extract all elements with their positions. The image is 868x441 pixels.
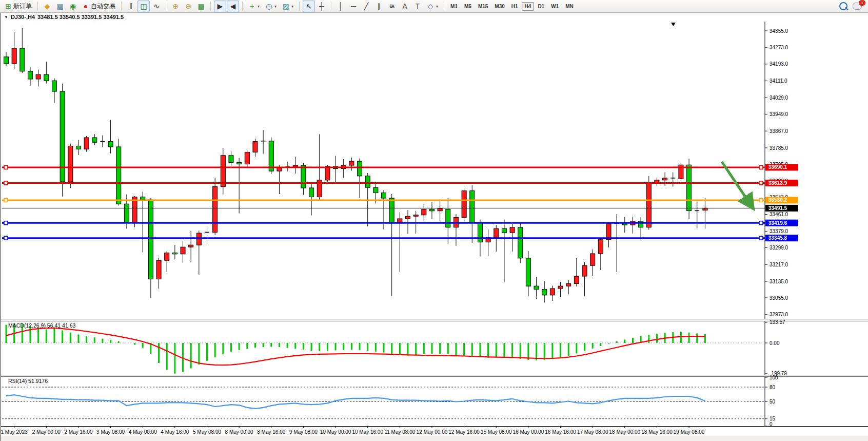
candle-body — [558, 286, 563, 289]
time-tick-label[interactable]: 18 May 16:00 — [641, 429, 673, 435]
candle-body — [325, 166, 330, 180]
crosshair-button[interactable]: ┼ — [315, 1, 328, 12]
candle-body — [655, 180, 659, 183]
level-price-label: 33530.2 — [768, 197, 787, 203]
chart-canvas[interactable]: MACD(12,26,9) 56.41 41.63RSI(14) 51.9176… — [1, 21, 868, 441]
chart-dropdown-icon[interactable]: ▼ — [4, 15, 8, 20]
candlestick-chart-button[interactable]: ◫ — [137, 1, 150, 12]
line-handle[interactable] — [759, 236, 763, 240]
candle-body — [534, 286, 539, 289]
candle-body — [237, 162, 242, 164]
time-tick-label[interactable]: 4 May 00:00 — [129, 429, 157, 435]
candle-body — [141, 197, 145, 200]
line-handle[interactable] — [759, 165, 763, 169]
vertical-line-icon: │ — [337, 3, 344, 10]
zoom-out-button[interactable]: ⊖ — [182, 1, 194, 12]
search-icon[interactable] — [839, 2, 847, 10]
time-tick-label[interactable]: 10 May 00:00 — [320, 429, 351, 435]
fibonacci-icon: ≋ — [388, 3, 396, 10]
chart-title-bar: ▼ DJ30-,H4 33481.5 33540.5 33391.5 33491… — [1, 13, 868, 21]
chevron-down-icon[interactable]: ▾ — [258, 4, 260, 9]
auto-scroll-button[interactable]: ▶ — [214, 1, 226, 12]
periods-button[interactable]: ◷▾ — [263, 1, 279, 12]
fibonacci-button[interactable]: ≋ — [386, 1, 398, 12]
time-tick-label[interactable]: 18 May 00:00 — [609, 429, 641, 435]
market-watch-button[interactable]: ◆ — [41, 1, 53, 12]
candle-body — [213, 187, 218, 233]
chart-window[interactable]: ▼ DJ30-,H4 33481.5 33540.5 33391.5 33491… — [0, 13, 868, 441]
timeframe-h1-button[interactable]: H1 — [508, 2, 521, 11]
trendline-button[interactable]: ╱ — [360, 1, 372, 12]
time-tick-label[interactable]: 8 May 00:00 — [225, 429, 253, 435]
line-chart-button[interactable]: ∿ — [150, 1, 163, 12]
line-handle[interactable] — [4, 221, 8, 225]
price-tick-label: 34355.0 — [770, 28, 788, 34]
candle-body — [156, 260, 161, 279]
time-tick-label[interactable]: 17 May 08:00 — [577, 429, 608, 435]
line-handle[interactable] — [4, 181, 8, 185]
bar-chart-button[interactable]: ‖ — [125, 1, 137, 12]
data-window-button[interactable]: ▤ — [54, 1, 66, 12]
line-handle[interactable] — [4, 198, 8, 202]
zoom-in-button[interactable]: ⊕ — [169, 1, 182, 12]
indicators-button[interactable]: ＋▾ — [246, 1, 262, 12]
macd-tick-label: 133.57 — [770, 319, 785, 325]
line-handle[interactable] — [4, 165, 8, 169]
candle-body — [358, 161, 362, 176]
shapes-button[interactable]: ◇▾ — [424, 1, 441, 12]
time-tick-label[interactable]: 12 May 00:00 — [417, 429, 448, 435]
timeframe-w1-button[interactable]: W1 — [548, 2, 562, 11]
candle-body — [84, 138, 89, 149]
chevron-down-icon[interactable]: ▾ — [436, 4, 438, 9]
candle-body — [429, 209, 434, 211]
channel-button[interactable]: ∥ — [373, 1, 385, 12]
time-tick-label[interactable]: 3 May 08:00 — [96, 429, 125, 435]
toolbar-separator — [444, 2, 444, 11]
timeframe-mn-button[interactable]: MN — [562, 2, 577, 11]
time-tick-label[interactable]: 11 May 08:00 — [384, 429, 415, 435]
time-tick-label[interactable]: 19 May 08:00 — [674, 429, 705, 435]
indicators-icon: ＋ — [248, 3, 255, 10]
time-tick-label[interactable]: 2 May 00:00 — [32, 429, 61, 435]
time-tick-label[interactable]: 8 May 16:00 — [257, 429, 285, 435]
chevron-down-icon[interactable]: ▾ — [274, 4, 277, 9]
line-handle[interactable] — [759, 221, 763, 225]
time-tick-label[interactable]: 5 May 08:00 — [193, 429, 221, 435]
chevron-down-icon[interactable]: ▾ — [291, 4, 293, 9]
toolbar-separator — [299, 2, 300, 11]
shapes-icon: ◇ — [427, 3, 434, 10]
time-tick-label[interactable]: 16 May 00:00 — [513, 429, 544, 435]
tile-windows-button[interactable]: ▦ — [195, 1, 207, 12]
timeframe-d1-button[interactable]: D1 — [535, 2, 547, 11]
timeframe-m1-button[interactable]: M1 — [447, 2, 461, 11]
line-handle[interactable] — [4, 236, 8, 240]
timeframe-m15-button[interactable]: M15 — [475, 2, 491, 11]
time-tick-label[interactable]: 15 May 08:00 — [481, 429, 512, 435]
chart-shift-icon: ◀ — [229, 3, 236, 10]
candle-body — [373, 187, 378, 193]
text-button[interactable]: A — [399, 1, 411, 12]
timeframe-h4-button[interactable]: H4 — [522, 2, 535, 11]
time-tick-label[interactable]: 12 May 16:00 — [448, 429, 480, 435]
time-tick-label[interactable]: 4 May 16:00 — [161, 429, 189, 435]
vertical-line-button[interactable]: │ — [334, 1, 347, 12]
timeframe-m5-button[interactable]: M5 — [461, 2, 475, 11]
auto-trading-button[interactable]: ●自动交易 — [80, 1, 118, 12]
time-tick-label[interactable]: 16 May 16:00 — [545, 429, 576, 435]
horizontal-line-button[interactable]: ─ — [347, 1, 360, 12]
time-tick-label[interactable]: 1 May 2023 — [1, 429, 28, 435]
line-handle[interactable] — [759, 198, 763, 202]
candle-body — [582, 265, 587, 276]
templates-button[interactable]: ▨▾ — [280, 1, 296, 12]
new-order-button[interactable]: ⊞新订单 — [2, 1, 34, 12]
text-label-button[interactable]: T — [411, 1, 424, 12]
timeframe-m30-button[interactable]: M30 — [491, 2, 507, 11]
time-tick-label[interactable]: 9 May 08:00 — [289, 429, 318, 435]
signal-button[interactable]: ◉ — [67, 1, 79, 12]
line-handle[interactable] — [759, 181, 763, 185]
time-tick-label[interactable]: 2 May 16:00 — [64, 429, 92, 435]
candle-body — [253, 142, 258, 152]
cursor-button[interactable]: ↖ — [303, 1, 315, 12]
chart-shift-button[interactable]: ◀ — [227, 1, 239, 12]
time-tick-label[interactable]: 10 May 16:00 — [352, 429, 383, 435]
